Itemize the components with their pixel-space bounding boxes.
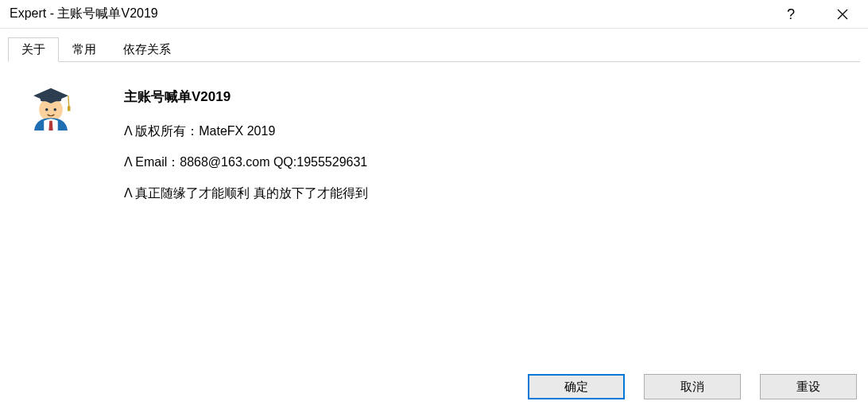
svg-rect-5 bbox=[41, 95, 61, 101]
ok-button[interactable]: 确定 bbox=[528, 374, 625, 399]
close-button[interactable] bbox=[827, 2, 858, 27]
tabs: 关于 常用 依存关系 bbox=[8, 37, 860, 62]
svg-rect-7 bbox=[68, 106, 71, 111]
tabs-container: 关于 常用 依存关系 bbox=[0, 29, 868, 62]
svg-point-8 bbox=[45, 108, 48, 111]
window-title: Expert - 主账号喊单V2019 bbox=[10, 6, 776, 22]
contact-line: Λ Email：8868@163.com QQ:1955529631 bbox=[124, 154, 857, 171]
info-section: 主账号喊单V2019 Λ 版权所有：MateFX 2019 Λ Email：88… bbox=[124, 86, 857, 216]
tab-dependencies[interactable]: 依存关系 bbox=[110, 37, 184, 62]
content-area: 主账号喊单V2019 Λ 版权所有：MateFX 2019 Λ Email：88… bbox=[0, 62, 868, 228]
copyright-line: Λ 版权所有：MateFX 2019 bbox=[124, 123, 857, 140]
product-icon-box bbox=[29, 86, 124, 216]
expert-icon bbox=[29, 86, 73, 130]
footer-buttons: 确定 取消 重设 bbox=[0, 366, 868, 409]
reset-button[interactable]: 重设 bbox=[760, 374, 857, 399]
cancel-button[interactable]: 取消 bbox=[644, 374, 741, 399]
titlebar: Expert - 主账号喊单V2019 ? bbox=[0, 0, 868, 29]
motto-line: Λ 真正随缘了才能顺利 真的放下了才能得到 bbox=[124, 185, 857, 202]
help-button[interactable]: ? bbox=[776, 2, 808, 27]
tab-about[interactable]: 关于 bbox=[8, 37, 59, 62]
tab-common[interactable]: 常用 bbox=[59, 37, 110, 62]
window-controls: ? bbox=[776, 2, 858, 27]
svg-point-9 bbox=[54, 108, 57, 111]
product-title: 主账号喊单V2019 bbox=[124, 88, 857, 106]
svg-line-6 bbox=[68, 95, 69, 107]
svg-text:?: ? bbox=[787, 7, 795, 21]
